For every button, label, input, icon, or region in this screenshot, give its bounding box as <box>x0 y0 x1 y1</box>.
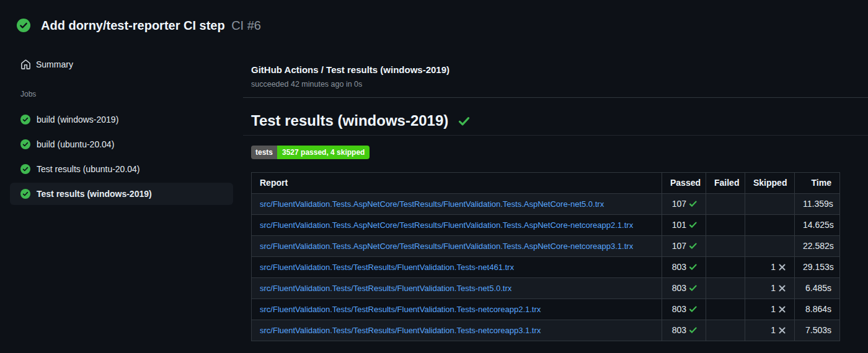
skipped-x-icon <box>778 284 786 292</box>
report-link[interactable]: src/FluentValidation.Tests/TestResults/F… <box>260 284 512 293</box>
sidebar-job-item[interactable]: Test results (ubuntu-20.04) <box>10 158 233 180</box>
failed-cell <box>706 278 745 299</box>
run-success-check-circle-icon <box>17 19 30 32</box>
skipped-cell <box>745 194 795 215</box>
table-row: src/FluentValidation.Tests/TestResults/F… <box>252 320 840 341</box>
report-cell: src/FluentValidation.Tests.AspNetCore/Te… <box>252 194 662 215</box>
col-header-failed: Failed <box>706 173 745 194</box>
report-heading: Test results (windows-2019) <box>243 111 868 136</box>
check-status-line: succeeded 42 minutes ago in 0s <box>251 79 868 89</box>
job-success-check-circle-icon <box>20 139 30 149</box>
passed-check-icon <box>689 284 698 292</box>
passed-cell: 803 <box>662 320 706 341</box>
job-label: build (windows-2019) <box>37 115 118 124</box>
failed-cell <box>706 320 745 341</box>
job-label: Test results (windows-2019) <box>37 189 152 199</box>
summary-label: Summary <box>36 59 73 69</box>
passed-check-icon <box>689 220 698 229</box>
time-cell: 29.153s <box>795 257 840 278</box>
skipped-x-icon <box>778 263 786 271</box>
passed-cell: 803 <box>662 299 706 320</box>
col-header-report: Report <box>252 173 662 194</box>
check-suite-title: GitHub Actions / Test results (windows-2… <box>251 64 868 76</box>
report-cell: src/FluentValidation.Tests/TestResults/F… <box>252 320 662 341</box>
passed-check-icon <box>689 263 698 271</box>
table-row: src/FluentValidation.Tests.AspNetCore/Te… <box>252 194 840 215</box>
passed-cell: 803 <box>662 278 706 299</box>
table-row: src/FluentValidation.Tests/TestResults/F… <box>252 257 840 278</box>
report-link[interactable]: src/FluentValidation.Tests.AspNetCore/Te… <box>260 199 604 209</box>
time-cell: 7.503s <box>795 320 840 341</box>
badge-value: 3527 passed, 4 skipped <box>277 146 370 159</box>
skipped-cell: 1 <box>745 278 795 299</box>
report-cell: src/FluentValidation.Tests/TestResults/F… <box>252 299 662 320</box>
table-row: src/FluentValidation.Tests.AspNetCore/Te… <box>252 215 840 236</box>
col-header-time: Time <box>795 173 840 194</box>
report-cell: src/FluentValidation.Tests.AspNetCore/Te… <box>252 236 662 257</box>
skipped-cell: 1 <box>745 320 795 341</box>
badge-label: tests <box>251 146 277 159</box>
table-header-row: Report Passed Failed Skipped Time <box>252 173 840 194</box>
jobs-section-label: Jobs <box>0 90 243 100</box>
failed-cell <box>706 257 745 278</box>
sidebar-job-item[interactable]: Test results (windows-2019) <box>10 183 233 205</box>
report-cell: src/FluentValidation.Tests/TestResults/F… <box>252 278 662 299</box>
skipped-cell: 1 <box>745 299 795 320</box>
skipped-cell: 1 <box>745 257 795 278</box>
header-divider <box>243 97 868 98</box>
table-row: src/FluentValidation.Tests.AspNetCore/Te… <box>252 236 840 257</box>
main-content: GitHub Actions / Test results (windows-2… <box>243 46 868 341</box>
col-header-skipped: Skipped <box>745 173 795 194</box>
tests-badge: tests 3527 passed, 4 skipped <box>251 146 370 159</box>
passed-cell: 107 <box>662 194 706 215</box>
results-table: Report Passed Failed Skipped Time src/Fl… <box>251 172 840 341</box>
jobs-list: build (windows-2019) build (ubuntu-20.04… <box>0 108 243 205</box>
table-row: src/FluentValidation.Tests/TestResults/F… <box>252 278 840 299</box>
run-header: Add dorny/test-reporter CI step CI #6 <box>0 0 868 46</box>
job-success-check-circle-icon <box>20 115 30 124</box>
sidebar-job-item[interactable]: build (ubuntu-20.04) <box>10 133 233 155</box>
report-link[interactable]: src/FluentValidation.Tests.AspNetCore/Te… <box>260 242 633 251</box>
failed-cell <box>706 299 745 320</box>
time-cell: 8.864s <box>795 299 840 320</box>
passed-check-icon <box>689 326 698 334</box>
skipped-cell <box>745 236 795 257</box>
passed-check-icon <box>689 199 698 208</box>
skipped-x-icon <box>778 326 786 334</box>
passed-cell: 803 <box>662 257 706 278</box>
job-success-check-circle-icon <box>20 164 30 174</box>
job-label: build (ubuntu-20.04) <box>37 139 114 149</box>
failed-cell <box>706 194 745 215</box>
sidebar-item-summary[interactable]: Summary <box>0 55 243 74</box>
passed-cell: 101 <box>662 215 706 236</box>
skipped-cell <box>745 215 795 236</box>
report-cell: src/FluentValidation.Tests/TestResults/F… <box>252 257 662 278</box>
run-number: CI #6 <box>231 19 261 32</box>
skipped-x-icon <box>778 305 786 313</box>
report-link[interactable]: src/FluentValidation.Tests.AspNetCore/Te… <box>260 220 633 230</box>
report-link[interactable]: src/FluentValidation.Tests/TestResults/F… <box>260 263 514 272</box>
run-title: Add dorny/test-reporter CI step <box>41 19 225 32</box>
passed-check-icon <box>689 305 698 313</box>
heading-check-icon <box>458 115 470 127</box>
time-cell: 11.359s <box>795 194 840 215</box>
job-label: Test results (ubuntu-20.04) <box>37 164 140 174</box>
report-cell: src/FluentValidation.Tests.AspNetCore/Te… <box>252 215 662 236</box>
time-cell: 6.485s <box>795 278 840 299</box>
passed-cell: 107 <box>662 236 706 257</box>
sidebar: Summary Jobs build (windows-2019) <box>0 46 243 207</box>
check-run-page: Add dorny/test-reporter CI step CI #6 Su… <box>0 0 868 353</box>
report-link[interactable]: src/FluentValidation.Tests/TestResults/F… <box>260 326 541 335</box>
time-cell: 22.582s <box>795 236 840 257</box>
col-header-passed: Passed <box>662 173 706 194</box>
passed-check-icon <box>689 242 698 250</box>
job-success-check-circle-icon <box>20 189 30 199</box>
home-icon <box>20 59 31 70</box>
failed-cell <box>706 215 745 236</box>
failed-cell <box>706 236 745 257</box>
table-row: src/FluentValidation.Tests/TestResults/F… <box>252 299 840 320</box>
time-cell: 14.625s <box>795 215 840 236</box>
sidebar-job-item[interactable]: build (windows-2019) <box>10 108 233 131</box>
report-link[interactable]: src/FluentValidation.Tests/TestResults/F… <box>260 305 541 314</box>
